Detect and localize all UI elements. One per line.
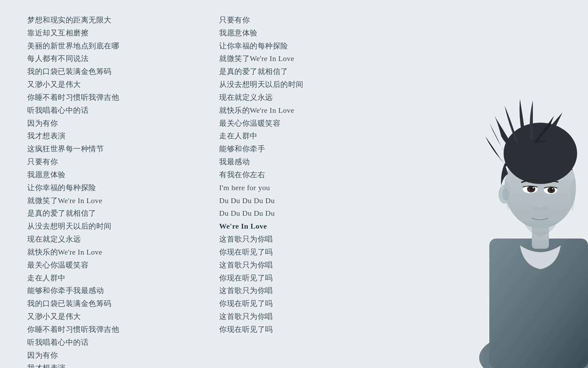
lyric-line: 你现在听见了吗 — [219, 297, 411, 310]
lyric-line: 从没去想明天以后的时间 — [219, 78, 411, 91]
lyric-line: I'm here for you — [219, 181, 411, 194]
lyric-line: 听我唱着心中的话 — [27, 336, 219, 349]
lyric-line: 是真的爱了就相信了 — [27, 207, 219, 220]
lyric-line: 就微笑了We're In Love — [27, 194, 219, 207]
lyric-line: 走在人群中 — [219, 129, 411, 142]
lyric-line: Du Du Du Du Du — [219, 194, 411, 207]
lyric-line: 因为有你 — [27, 349, 219, 362]
lyric-line: 听我唱着心中的话 — [27, 104, 219, 117]
lyric-line: 走在人群中 — [27, 272, 219, 285]
lyric-line: 能够和你牵手 — [219, 142, 411, 155]
lyric-line: 我的口袋已装满金色筹码 — [27, 65, 219, 78]
lyric-line: 就快乐的We're In Love — [27, 246, 219, 259]
lyric-line: 现在就定义永远 — [219, 91, 411, 104]
lyric-line: 这首歌只为你唱 — [219, 259, 411, 272]
lyric-line: 每人都有不同说法 — [27, 52, 219, 65]
svg-point-11 — [533, 187, 534, 188]
lyric-line: 你睡不着时习惯听我弹吉他 — [27, 323, 219, 336]
lyric-line: 就快乐的We're In Love — [219, 104, 411, 117]
lyric-line: 最关心你温暖笑容 — [27, 259, 219, 272]
svg-point-10 — [530, 186, 534, 190]
lyric-line: 梦想和现实的距离无限大 — [27, 14, 219, 27]
artist-portrait — [445, 0, 588, 368]
lyric-line: 让你幸福的每种探险 — [27, 181, 219, 194]
lyric-line: 只要有你 — [219, 14, 411, 27]
svg-rect-18 — [445, 0, 486, 368]
left-lyrics-column: 梦想和现实的距离无限大靠近却又互相磨擦美丽的新世界地点到底在哪每人都有不同说法我… — [27, 14, 219, 354]
lyric-line: 从没去想明天以后的时间 — [27, 220, 219, 233]
lyric-line: 你现在听见了吗 — [219, 272, 411, 285]
lyric-line: Du Du Du Du Du — [219, 207, 411, 220]
lyric-line: 最关心你温暖笑容 — [219, 117, 411, 130]
lyric-line: 这首歌只为你唱 — [219, 284, 411, 297]
lyric-line: 这首歌只为你唱 — [219, 233, 411, 246]
lyric-line: 因为有你 — [27, 117, 219, 130]
lyric-line: 我愿意体验 — [219, 27, 411, 40]
lyric-line: We're In Love — [219, 220, 411, 233]
lyric-line: 你睡不着时习惯听我弹吉他 — [27, 91, 219, 104]
lyric-line: 现在就定义永远 — [27, 233, 219, 246]
svg-point-17 — [541, 206, 548, 211]
lyric-line: 我才想表演 — [27, 362, 219, 368]
lyric-line: 靠近却又互相磨擦 — [27, 27, 219, 40]
lyric-line: 美丽的新世界地点到底在哪 — [27, 40, 219, 52]
lyric-line: 又渺小又是伟大 — [27, 310, 219, 323]
lyric-line: 我的口袋已装满金色筹码 — [27, 297, 219, 310]
lyric-line: 是真的爱了就相信了 — [219, 65, 411, 78]
svg-point-15 — [552, 188, 553, 189]
lyric-line: 你现在听见了吗 — [219, 246, 411, 259]
lyric-line: 有我在你左右 — [219, 168, 411, 181]
lyric-line: 又渺小又是伟大 — [27, 78, 219, 91]
lyric-line: 让你幸福的每种探险 — [219, 40, 411, 52]
lyric-line: 能够和你牵手我最感动 — [27, 284, 219, 297]
lyric-line: 这首歌只为你唱 — [219, 310, 411, 323]
lyric-line: 我愿意体验 — [27, 168, 219, 181]
svg-point-16 — [534, 206, 540, 211]
svg-point-14 — [550, 188, 554, 191]
lyric-line: 这疯狂世界每一种情节 — [27, 142, 219, 155]
lyric-line: 就微笑了We're In Love — [219, 52, 411, 65]
lyric-line: 只要有你 — [27, 155, 219, 168]
lyric-line: 你现在听见了吗 — [219, 323, 411, 336]
lyric-line: 我才想表演 — [27, 129, 219, 142]
lyric-line: 我最感动 — [219, 155, 411, 168]
